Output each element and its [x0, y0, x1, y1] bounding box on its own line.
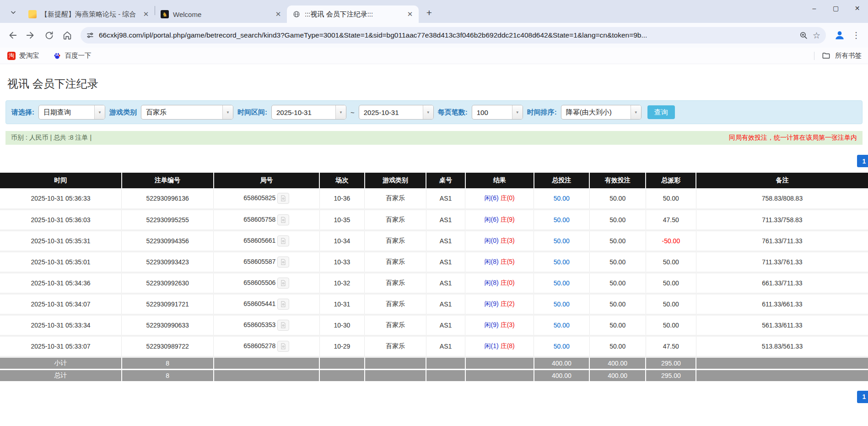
video-replay-button[interactable] [277, 214, 289, 225]
tab-title: Welcome [173, 11, 269, 18]
bookmark-star-icon[interactable]: ☆ [813, 30, 820, 41]
profile-avatar[interactable] [831, 27, 848, 44]
chevron-down-icon[interactable]: ▼ [94, 105, 105, 119]
result-banker: 庄(8) [501, 342, 515, 350]
video-replay-button[interactable] [277, 193, 289, 204]
query-type-select[interactable]: 日期查询 ▼ [38, 105, 105, 120]
home-button[interactable] [59, 27, 75, 43]
total-bet-link[interactable]: 50.00 [554, 322, 570, 329]
all-bookmarks[interactable]: 所有书签 [814, 51, 862, 60]
close-icon[interactable]: ✕ [405, 9, 415, 19]
zoom-icon[interactable] [799, 31, 808, 40]
date-from-select[interactable]: 2025-10-31 ▼ [271, 105, 346, 120]
forward-icon [26, 30, 36, 40]
subtotal-empty-cell [426, 357, 465, 369]
payout-cell: 50.00 [646, 273, 696, 294]
new-tab-button[interactable]: + [422, 6, 436, 20]
chevron-down-icon[interactable]: ▼ [222, 105, 233, 119]
tab-bet-records[interactable]: :::视讯 会员下注纪录::: ✕ [287, 5, 419, 23]
minimize-button[interactable]: – [803, 0, 825, 16]
subtotal-empty-cell [319, 357, 365, 369]
session-cell: 10-32 [319, 273, 365, 294]
result-player: 闲(8) [485, 258, 499, 265]
video-replay-button[interactable] [277, 299, 289, 310]
total-bet-link[interactable]: 50.00 [554, 258, 570, 266]
bookmark-baidu[interactable]: 百度一下 [53, 51, 92, 60]
date-from-value: 2025-10-31 [272, 105, 335, 119]
video-replay-button[interactable] [277, 320, 289, 331]
page-number-button[interactable]: 1 [857, 391, 868, 403]
video-replay-button[interactable] [277, 278, 289, 289]
back-button[interactable] [5, 27, 20, 43]
note-icon [28, 10, 37, 18]
payout-cell: -50.00 [646, 230, 696, 251]
col-remark: 备注 [696, 173, 868, 188]
reload-icon [44, 31, 54, 40]
bet-time-cell: 2025-10-31 05:35:31 [0, 230, 122, 251]
session-cell: 10-33 [319, 251, 365, 273]
summary-info-bar: 币别 : 人民币 | 总共 :8 注单 | 同局有效投注，统一计算在该局第一张注… [5, 131, 863, 145]
game-type-select[interactable]: 百家乐 ▼ [141, 105, 233, 120]
video-replay-button[interactable] [277, 257, 289, 268]
close-window-button[interactable]: ✕ [846, 0, 868, 16]
total-bet-link[interactable]: 50.00 [554, 216, 570, 224]
total-bet-link[interactable]: 50.00 [554, 195, 570, 202]
subtotal-total-bet: 400.00 [534, 357, 589, 369]
total-empty-cell [214, 369, 319, 382]
subtotal-empty-cell [465, 357, 534, 369]
total-bet-link[interactable]: 50.00 [554, 343, 570, 350]
total-empty-cell [365, 369, 426, 382]
date-to-value: 2025-10-31 [359, 105, 423, 119]
total-bet-link[interactable]: 50.00 [554, 279, 570, 287]
tab-forum[interactable]: 【新提醒】海燕策略论坛 - 综合 ✕ [23, 5, 155, 23]
total-bet-link[interactable]: 50.00 [554, 300, 570, 308]
maximize-button[interactable]: ▢ [825, 0, 846, 16]
bookmark-taobao[interactable]: 淘 爱淘宝 [7, 51, 39, 60]
date-to-select[interactable]: 2025-10-31 ▼ [359, 105, 434, 120]
total-bet-link[interactable]: 50.00 [554, 237, 570, 245]
site-info-icon[interactable] [86, 31, 94, 39]
result-player: 闲(6) [485, 194, 499, 202]
chevron-down-icon[interactable]: ▼ [335, 105, 346, 119]
col-total-bet: 总投注 [534, 173, 589, 188]
address-bar[interactable]: 66cxkj98.com/ipl/portal.php/game/betreco… [81, 27, 826, 44]
search-button[interactable]: 查询 [647, 105, 675, 119]
round-number: 658605587 [243, 258, 275, 265]
result-cell: 闲(1) 庄(8) [465, 336, 534, 357]
sort-order-select[interactable]: 降幂(由大到小) ▼ [561, 105, 642, 120]
url-text[interactable]: 66cxkj98.com/ipl/portal.php/game/betreco… [99, 31, 795, 39]
tab-search-button[interactable] [6, 5, 20, 19]
page-size-select[interactable]: 100 ▼ [472, 105, 523, 120]
chevron-down-icon[interactable]: ▼ [512, 105, 523, 119]
close-icon[interactable]: ✕ [273, 9, 283, 19]
bet-id-cell: 522930990633 [122, 315, 214, 336]
total-count: 8 [122, 369, 214, 382]
person-icon [834, 29, 846, 41]
game-type-cell: 百家乐 [365, 315, 426, 336]
chevron-down-icon[interactable]: ▼ [423, 105, 433, 119]
round-cell: 658605661 [214, 230, 319, 251]
bet-time-cell: 2025-10-31 05:36:33 [0, 188, 122, 209]
page-size-value: 100 [472, 105, 512, 119]
total-label: 总计 [0, 369, 122, 382]
round-cell: 658605353 [214, 315, 319, 336]
close-icon[interactable]: ✕ [141, 9, 151, 19]
round-cell: 658605825 [214, 188, 319, 209]
chevron-down-icon[interactable]: ▼ [631, 105, 641, 119]
video-replay-icon [280, 343, 286, 350]
bet-time-cell: 2025-10-31 05:35:01 [0, 251, 122, 273]
table-row: 2025-10-31 05:36:03522930995255658605758… [0, 209, 868, 230]
browser-menu-button[interactable]: ⋮ [851, 30, 862, 40]
forward-button[interactable] [23, 27, 38, 43]
reload-button[interactable] [41, 27, 57, 43]
video-replay-button[interactable] [277, 341, 289, 352]
result-banker: 庄(5) [501, 258, 515, 265]
bet-id-cell: 522930989722 [122, 336, 214, 357]
all-bookmarks-label: 所有书签 [835, 51, 862, 60]
total-payout: 295.00 [646, 369, 696, 382]
round-number: 658605825 [243, 194, 275, 202]
tab-welcome[interactable]: ♞ Welcome ✕ [155, 5, 287, 23]
page-number-button[interactable]: 1 [857, 155, 868, 167]
round-number: 658605441 [243, 300, 275, 307]
video-replay-button[interactable] [277, 235, 289, 246]
